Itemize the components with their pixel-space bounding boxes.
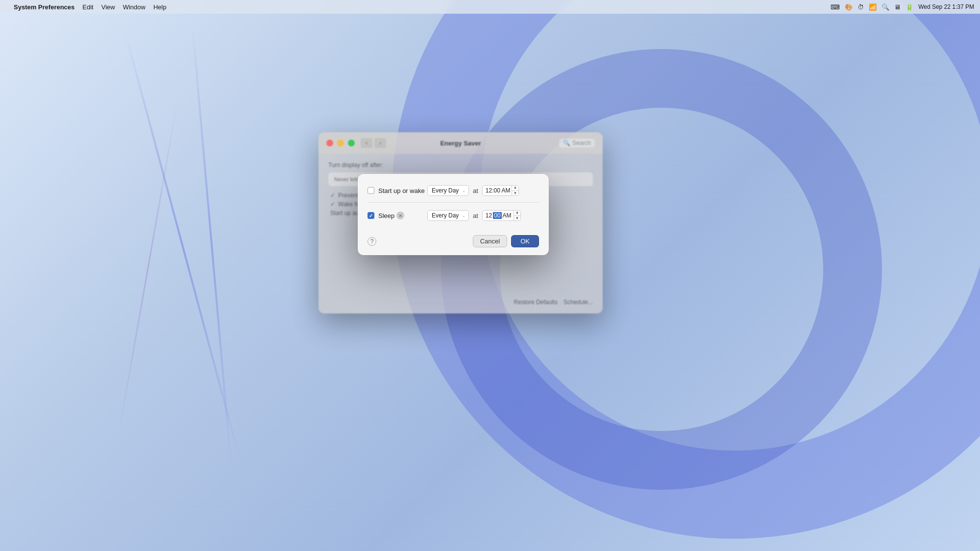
battery-icon: 🔋 <box>906 3 913 11</box>
window-title: Energy Saver <box>440 140 481 147</box>
color-icon: 🎨 <box>845 3 853 11</box>
startup-day-value: Every Day <box>432 187 459 194</box>
search-icon-small: 🔍 <box>563 140 570 146</box>
keyboard-icon: ⌨ <box>831 3 840 11</box>
startup-time-down[interactable]: ▼ <box>512 191 519 196</box>
schedule-dialog: Start up or wake Every Day ⌄ at 12:00 AM… <box>358 174 549 255</box>
startup-day-dropdown[interactable]: Every Day ⌄ <box>427 185 469 196</box>
startup-time-stepper: ▲ ▼ <box>512 185 519 196</box>
sleep-checkbox[interactable] <box>368 212 374 219</box>
sleep-time-up[interactable]: ▲ <box>514 210 521 216</box>
startup-time-value: 12:00 AM <box>483 187 512 194</box>
sleep-day-value: Every Day <box>432 212 459 219</box>
sleep-time-stepper: ▲ ▼ <box>514 210 521 221</box>
energy-search[interactable]: 🔍 Search <box>559 139 595 147</box>
minimize-button[interactable] <box>337 140 344 146</box>
schedule-button[interactable]: Schedule... <box>564 299 593 306</box>
sleep-label-container: Sleep ✕ <box>378 212 427 219</box>
screen-icon: 🖥 <box>894 3 901 11</box>
dialog-footer: ? Cancel OK <box>358 235 549 255</box>
sleep-day-dropdown[interactable]: Every Day ⌄ <box>427 210 469 221</box>
close-button[interactable] <box>326 140 333 146</box>
checkmark-icon-1: ✓ <box>330 192 335 199</box>
sleep-time-picker[interactable]: 12 00 AM ▲ ▼ <box>482 210 521 221</box>
checkmark-icon-2: ✓ <box>330 201 335 208</box>
forward-button[interactable]: › <box>374 138 386 148</box>
maximize-button[interactable] <box>348 140 355 146</box>
sleep-close-button[interactable]: ✕ <box>396 212 404 219</box>
startup-dropdown-arrow: ⌄ <box>462 189 466 193</box>
sleep-time-down[interactable]: ▼ <box>514 216 521 221</box>
cancel-button[interactable]: Cancel <box>473 235 507 247</box>
sleep-row: Sleep ✕ Every Day ⌄ at 12 00 AM ▲ ▼ <box>368 209 539 222</box>
energy-titlebar: ‹ › Energy Saver 🔍 Search <box>318 132 603 154</box>
startup-time-picker[interactable]: 12:00 AM ▲ ▼ <box>482 185 519 196</box>
menu-edit[interactable]: Edit <box>82 3 93 11</box>
menu-window[interactable]: Window <box>123 3 146 11</box>
startup-row: Start up or wake Every Day ⌄ at 12:00 AM… <box>368 184 539 197</box>
search-icon[interactable]: 🔍 <box>882 3 889 11</box>
sleep-time-hour: 12 <box>483 212 493 219</box>
app-name[interactable]: System Preferences <box>14 3 74 11</box>
wallpaper-line3 <box>117 100 178 438</box>
menubar-left: System Preferences Edit View Window Help <box>6 3 167 11</box>
turn-display-label: Turn display off after: <box>328 162 593 168</box>
wifi-icon: 📶 <box>869 3 877 11</box>
energy-nav: ‹ › <box>361 138 386 148</box>
time-machine-icon: ⏱ <box>858 3 864 11</box>
energy-footer: Restore Defaults Schedule... <box>514 299 593 306</box>
menu-help[interactable]: Help <box>153 3 167 11</box>
startup-checkbox[interactable] <box>368 187 374 194</box>
sleep-at-label: at <box>473 212 478 219</box>
restore-defaults[interactable]: Restore Defaults <box>514 299 558 306</box>
sleep-label: Sleep <box>378 212 394 219</box>
startup-at-label: at <box>473 187 478 194</box>
menu-view[interactable]: View <box>101 3 115 11</box>
sleep-time-ampm: AM <box>502 212 514 219</box>
menubar: System Preferences Edit View Window Help… <box>0 0 980 14</box>
menubar-right: ⌨ 🎨 ⏱ 📶 🔍 🖥 🔋 Wed Sep 22 1:37 PM <box>831 3 974 11</box>
back-button[interactable]: ‹ <box>361 138 372 148</box>
help-button[interactable]: ? <box>368 237 376 246</box>
ok-button[interactable]: OK <box>511 235 539 247</box>
search-placeholder: Search <box>572 140 591 146</box>
sleep-time-minutes[interactable]: 00 <box>493 212 501 219</box>
wallpaper-line2 <box>192 25 232 465</box>
startup-time-up[interactable]: ▲ <box>512 185 519 191</box>
startup-label: Start up or wake <box>378 187 427 194</box>
clock: Wed Sep 22 1:37 PM <box>918 3 974 10</box>
dialog-content: Start up or wake Every Day ⌄ at 12:00 AM… <box>358 174 549 235</box>
wallpaper-line1 <box>124 32 241 458</box>
sleep-dropdown-arrow: ⌄ <box>462 214 466 218</box>
dialog-divider <box>368 202 539 203</box>
traffic-lights <box>326 140 355 146</box>
